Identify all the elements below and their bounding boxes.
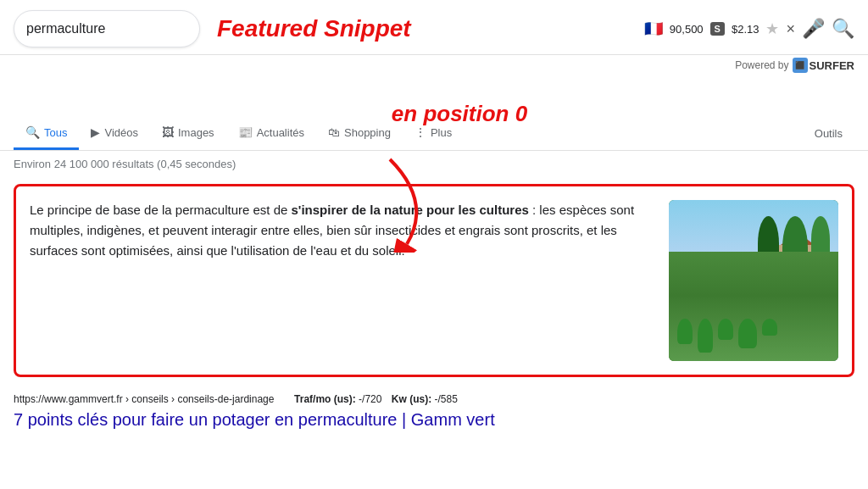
tab-actualites-label: Actualités — [257, 126, 304, 139]
snippet-image — [669, 200, 838, 361]
search-header: permaculture Featured Snippet 🇫🇷 90,500 … — [0, 0, 868, 55]
plus-icon: ⋮ — [415, 125, 426, 139]
tab-images-label: Images — [178, 126, 214, 139]
tab-tous-label: Tous — [44, 126, 67, 139]
tab-plus-label: Plus — [431, 126, 452, 139]
close-icon[interactable]: × — [786, 20, 795, 38]
actualites-icon: 📰 — [238, 125, 253, 139]
plant-5 — [762, 319, 777, 336]
results-count: Environ 24 100 000 résultats (0,45 secon… — [0, 151, 868, 177]
plant-4 — [738, 319, 757, 348]
traf-info: Traf/mo (us): -/720 Kw (us): -/585 — [294, 393, 458, 405]
price-badge: $2.13 — [732, 23, 760, 36]
microphone-icon[interactable]: 🎤 — [802, 18, 825, 40]
main-content: Environ 24 100 000 résultats (0,45 secon… — [0, 151, 868, 436]
page-wrapper: permaculture Featured Snippet 🇫🇷 90,500 … — [0, 0, 868, 436]
garden-scene — [669, 200, 838, 361]
annotation-title: Featured Snippet — [217, 17, 411, 41]
search-query: permaculture — [26, 21, 187, 36]
kw-label: Kw (us): — [392, 393, 431, 405]
snippet-text-bold: s'inspirer de la nature pour les culture… — [292, 203, 529, 217]
tab-tous[interactable]: 🔍 Tous — [14, 117, 79, 150]
traf-value: -/720 — [359, 393, 381, 405]
country-flag-icon: 🇫🇷 — [644, 19, 663, 38]
tab-images[interactable]: 🖼 Images — [150, 117, 226, 150]
tab-shopping[interactable]: 🛍 Shopping — [316, 117, 403, 150]
source-url: https://www.gammvert.fr › conseils › con… — [0, 387, 868, 407]
source-url-text: https://www.gammvert.fr › conseils › con… — [14, 393, 274, 405]
serp-badge: S — [710, 22, 725, 36]
images-icon: 🖼 — [162, 125, 174, 139]
header-right: 🇫🇷 90,500 S $2.13 ★ × 🎤 🔍 — [644, 18, 854, 40]
shopping-icon: 🛍 — [328, 125, 340, 139]
plant-1 — [677, 319, 693, 344]
search-bar[interactable]: permaculture — [14, 10, 200, 47]
plants — [677, 319, 777, 353]
tab-shopping-label: Shopping — [344, 126, 391, 139]
plant-2 — [698, 319, 713, 353]
snippet-text-before: Le principe de base de la permaculture e… — [30, 203, 292, 217]
annotation-subtitle: en position 0 — [392, 101, 527, 127]
plant-3 — [718, 319, 733, 340]
result-title[interactable]: 7 points clés pour faire un potager en p… — [0, 407, 868, 436]
search-button-icon[interactable]: 🔍 — [832, 18, 854, 40]
result-count-badge: 90,500 — [670, 23, 704, 36]
traf-label: Traf/mo (us): — [294, 393, 356, 405]
tab-videos[interactable]: ▶ Vidéos — [79, 117, 150, 150]
header-area: permaculture Featured Snippet 🇫🇷 90,500 … — [0, 0, 868, 151]
star-icon[interactable]: ★ — [765, 19, 779, 38]
tous-icon: 🔍 — [25, 125, 40, 139]
tab-actualites[interactable]: 📰 Actualités — [226, 117, 316, 150]
tab-videos-label: Vidéos — [104, 126, 138, 139]
kw-value: -/585 — [434, 393, 457, 405]
snippet-text: Le principe de base de la permaculture e… — [30, 200, 655, 261]
tools-button[interactable]: Outils — [803, 119, 854, 148]
featured-snippet: Le principe de base de la permaculture e… — [14, 184, 854, 377]
videos-icon: ▶ — [91, 125, 100, 139]
